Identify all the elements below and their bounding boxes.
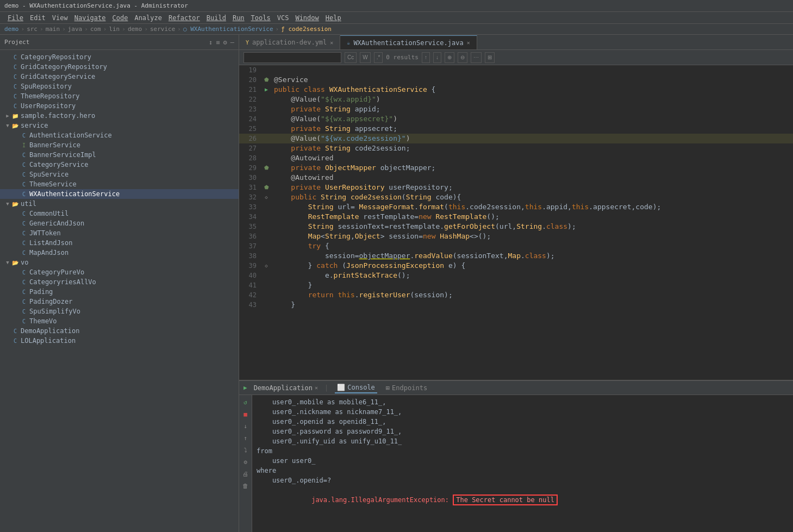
tree-item-pading-dozer[interactable]: C PadingDozer	[0, 297, 239, 306]
settings-btn[interactable]: ⚙	[241, 457, 251, 467]
run-gutter-icon[interactable]: ▶	[265, 85, 268, 95]
tree-item-grid-category-service[interactable]: C GridCategoryService	[0, 72, 239, 82]
tree-item-demo-app[interactable]: C DemoApplication	[0, 326, 239, 336]
code-editor[interactable]: 19 20 ⬟ @Service 21 ▶ public class	[239, 65, 793, 380]
search-replace-all[interactable]: ⊖	[458, 52, 467, 63]
tab-endpoints[interactable]: ⊞ Endpoints	[384, 383, 429, 393]
expand-icon[interactable]: ↕	[209, 39, 213, 46]
wrap-btn[interactable]: ⤵	[241, 445, 251, 455]
tree-item-banner-service[interactable]: I BannerService	[0, 140, 239, 150]
tab-wx-auth[interactable]: ☕ WXAuthenticationService.java ✕	[340, 35, 477, 49]
menu-vcs[interactable]: VCS	[274, 14, 292, 22]
console-output[interactable]: user0_.mobile as mobile6_11_, user0_.nic…	[252, 395, 793, 532]
tree-item-category-pure-vo[interactable]: C CategoryPureVo	[0, 267, 239, 277]
tree-item-user-repo[interactable]: C UserRepository	[0, 101, 239, 111]
menu-edit[interactable]: Edit	[27, 14, 49, 22]
breadcrumb-method[interactable]: ƒ code2session	[281, 26, 332, 33]
breadcrumb-demo2[interactable]: demo	[128, 26, 142, 33]
run-app-label[interactable]: DemoApplication ✕	[254, 384, 318, 392]
search-whole-word[interactable]: W	[360, 52, 370, 63]
menu-analyze[interactable]: Analyze	[131, 14, 165, 22]
console-line-1: user0_.mobile as mobile6_11_,	[257, 397, 789, 407]
breadcrumb-wxauth[interactable]: ○ WXAuthenticationService	[183, 26, 273, 33]
tree-item-pading[interactable]: C Pading	[0, 287, 239, 297]
tree-item-wx-auth[interactable]: C WXAuthenticationService	[0, 189, 239, 199]
tab-close-java[interactable]: ✕	[467, 40, 470, 46]
code-line-19: 19	[239, 65, 793, 75]
code-line-30: 30 @Autowired	[239, 173, 793, 183]
search-next[interactable]: ↓	[433, 52, 441, 63]
menu-window[interactable]: Window	[292, 14, 322, 22]
tree-item-spu-repo[interactable]: C SpuRepository	[0, 82, 239, 91]
menu-run[interactable]: Run	[229, 14, 248, 22]
stop-btn[interactable]: ■	[241, 409, 251, 419]
scroll-up-btn[interactable]: ↑	[241, 433, 251, 443]
minimize-icon[interactable]: –	[230, 39, 234, 46]
tab-close-yml[interactable]: ✕	[330, 40, 333, 46]
tree-item-list-json[interactable]: C ListAndJson	[0, 238, 239, 248]
scroll-end-btn[interactable]: ↓	[241, 421, 251, 431]
breadcrumb-main[interactable]: main	[46, 26, 60, 33]
gear-icon[interactable]: ⚙	[223, 39, 227, 46]
tree-item-vo-folder[interactable]: ▼ 📂 vo	[0, 258, 239, 267]
class-icon: C	[20, 219, 28, 228]
tab-console[interactable]: ⬜ Console	[335, 383, 377, 393]
console-line-9: user0_.openid=?	[257, 475, 789, 485]
breadcrumb-lin[interactable]: lin	[109, 26, 120, 33]
tree-item-theme-vo[interactable]: C ThemeVo	[0, 316, 239, 326]
breadcrumb-com[interactable]: com	[90, 26, 101, 33]
search-filter[interactable]: ⊞	[485, 52, 495, 63]
code-line-40: 40 e.printStackTrace();	[239, 271, 793, 280]
list-icon[interactable]: ≡	[216, 39, 220, 46]
tree-item-theme-service[interactable]: C ThemeService	[0, 179, 239, 189]
restart-btn[interactable]: ↺	[241, 397, 251, 407]
tree-item-category-repo[interactable]: C CategoryRepository	[0, 52, 239, 62]
tree-item-theme-repo[interactable]: C ThemeRepository	[0, 91, 239, 101]
class-icon: C	[20, 180, 28, 189]
menu-refactor[interactable]: Refactor	[165, 14, 203, 22]
menu-navigate[interactable]: Navigate	[71, 14, 109, 22]
tree-item-common-util[interactable]: C CommonUtil	[0, 209, 239, 218]
close-run-icon[interactable]: ✕	[315, 385, 318, 391]
code-line-37: 37 try {	[239, 241, 793, 251]
sidebar-icons: ↕ ≡ ⚙ –	[209, 39, 234, 46]
tree-item-util-folder[interactable]: ▼ 📂 util	[0, 199, 239, 209]
search-results-label: 0 results	[386, 54, 419, 61]
tree-item-spu-simplify-vo[interactable]: C SpuSimplifyVo	[0, 306, 239, 316]
search-more[interactable]: ⋯	[471, 52, 482, 63]
tree-item-category-service[interactable]: C CategoryService	[0, 160, 239, 170]
code-line-42: 42 return this.registerUser(session);	[239, 290, 793, 300]
search-match-case[interactable]: Cc	[345, 52, 357, 63]
breadcrumb-demo[interactable]: demo	[4, 26, 19, 33]
search-input[interactable]	[243, 52, 341, 63]
search-close[interactable]: ⊕	[445, 52, 454, 63]
tree-item-categories-all-vo[interactable]: C CategoryriesAllVo	[0, 277, 239, 287]
tree-item-service-folder[interactable]: ▼ 📂 service	[0, 121, 239, 130]
tree-item-spu-service[interactable]: C SpuService	[0, 170, 239, 179]
menu-file[interactable]: File	[4, 14, 27, 22]
yml-icon: Y	[246, 40, 249, 46]
class-icon: C	[11, 336, 20, 345]
menu-view[interactable]: View	[49, 14, 71, 22]
menu-help[interactable]: Help	[322, 14, 345, 22]
tree-item-sample-factory[interactable]: ▶ 📁 sample.factory.hero	[0, 111, 239, 121]
clear-btn[interactable]: 🗑	[241, 481, 251, 491]
class-icon: C	[11, 82, 20, 91]
breadcrumb-src[interactable]: src	[27, 26, 38, 33]
tree-item-banner-service-impl[interactable]: C BannerServiceImpl	[0, 150, 239, 160]
tree-item-grid-category-repo[interactable]: C GridCategoryRepository	[0, 62, 239, 72]
tree-item-auth-service[interactable]: C AuthenticationService	[0, 130, 239, 140]
print-btn[interactable]: 🖨	[241, 469, 251, 479]
tab-application-yml[interactable]: Y application-dev.yml ✕	[239, 35, 340, 49]
search-prev[interactable]: ↑	[422, 52, 430, 63]
tree-item-jwt-token[interactable]: C JWTToken	[0, 228, 239, 238]
tree-item-lol-app[interactable]: C LOLApplication	[0, 336, 239, 346]
menu-tools[interactable]: Tools	[248, 14, 274, 22]
tree-item-map-json[interactable]: C MapAndJson	[0, 248, 239, 258]
menu-code[interactable]: Code	[109, 14, 132, 22]
breadcrumb-service[interactable]: service	[150, 26, 175, 33]
menu-build[interactable]: Build	[203, 14, 229, 22]
search-regex[interactable]: .*	[374, 52, 383, 63]
tree-item-generic-json[interactable]: C GenericAndJson	[0, 218, 239, 228]
breadcrumb-java[interactable]: java	[68, 26, 83, 33]
